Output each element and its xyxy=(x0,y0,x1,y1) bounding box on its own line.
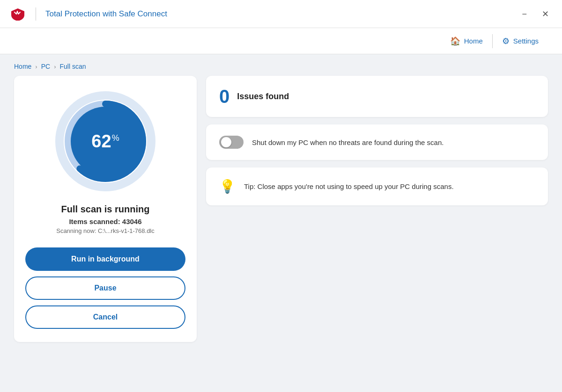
progress-inner-circle: 62% xyxy=(71,107,140,176)
cancel-button[interactable]: Cancel xyxy=(25,305,185,329)
shutdown-toggle[interactable] xyxy=(219,136,244,149)
issues-count: 0 xyxy=(219,87,229,106)
toggle-card: Shut down my PC when no threats are foun… xyxy=(206,124,548,160)
toggle-slider xyxy=(219,136,244,149)
mcafee-logo-icon xyxy=(9,7,26,21)
title-bar-divider xyxy=(36,7,36,21)
progress-percent-sign: % xyxy=(112,133,119,143)
nav-bar: 🏠 Home ⚙ Settings xyxy=(0,28,562,54)
home-icon: 🏠 xyxy=(450,36,460,46)
mcafee-logo xyxy=(9,7,26,21)
breadcrumb: Home › PC › Full scan xyxy=(0,54,562,76)
breadcrumb-sep-2: › xyxy=(54,63,56,70)
title-bar-controls: − ✕ xyxy=(518,8,553,20)
lightbulb-icon: 💡 xyxy=(219,179,236,194)
scan-items-count: Items scanned: 43046 xyxy=(69,218,141,225)
close-button[interactable]: ✕ xyxy=(538,8,553,20)
nav-home[interactable]: 🏠 Home xyxy=(441,28,492,54)
settings-icon: ⚙ xyxy=(502,36,510,46)
run-in-background-button[interactable]: Run in background xyxy=(25,247,185,271)
breadcrumb-sep-1: › xyxy=(35,63,37,70)
title-bar-left: Total Protection with Safe Connect xyxy=(9,7,167,21)
tip-text: Tip: Close apps you're not using to spee… xyxy=(244,182,454,190)
progress-value: 62% xyxy=(91,132,119,150)
left-panel: 62% Full scan is running Items scanned: … xyxy=(14,76,197,342)
issues-label: Issues found xyxy=(237,92,289,102)
tip-card: 💡 Tip: Close apps you're not using to sp… xyxy=(206,167,548,205)
main-content: 62% Full scan is running Items scanned: … xyxy=(0,76,562,351)
nav-home-label: Home xyxy=(464,37,483,45)
nav-settings[interactable]: ⚙ Settings xyxy=(493,28,548,54)
breadcrumb-pc[interactable]: PC xyxy=(41,63,50,70)
breadcrumb-current: Full scan xyxy=(60,63,86,70)
title-bar: Total Protection with Safe Connect − ✕ xyxy=(0,0,562,28)
issues-card: 0 Issues found xyxy=(206,76,548,117)
nav-settings-label: Settings xyxy=(513,37,539,45)
pause-button[interactable]: Pause xyxy=(25,276,185,300)
progress-container: 62% xyxy=(54,90,157,193)
scan-status-title: Full scan is running xyxy=(61,204,150,215)
toggle-label: Shut down my PC when no threats are foun… xyxy=(252,138,444,146)
breadcrumb-home[interactable]: Home xyxy=(14,63,31,70)
minimize-button[interactable]: − xyxy=(518,8,531,20)
progress-number: 62 xyxy=(91,131,111,151)
scan-current-file: Scanning now: C:\...rks-v1-1-768.dlc xyxy=(56,227,155,234)
right-panel: 0 Issues found Shut down my PC when no t… xyxy=(206,76,548,342)
app-title: Total Protection with Safe Connect xyxy=(45,9,167,19)
